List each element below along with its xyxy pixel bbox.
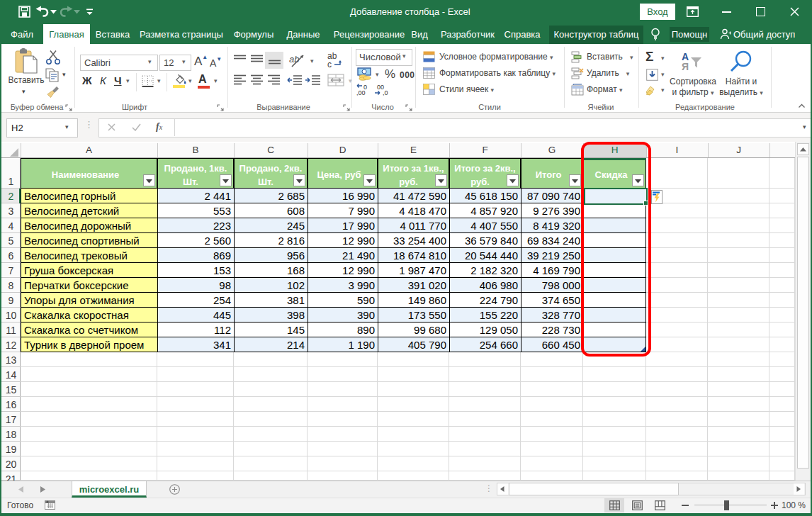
svg-text:c: c (327, 60, 332, 69)
svg-text:Я: Я (682, 61, 689, 72)
svg-text:ab: ab (289, 54, 299, 64)
svg-text:,00: ,00 (356, 89, 366, 96)
svg-text:,0: ,0 (383, 89, 388, 96)
